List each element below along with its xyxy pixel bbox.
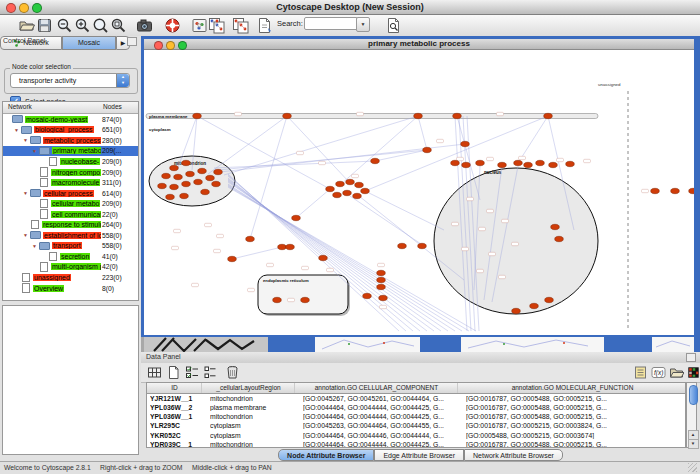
network-node[interactable] bbox=[379, 295, 388, 300]
hide-graphics-details-icon[interactable] bbox=[232, 17, 249, 34]
network-node[interactable] bbox=[418, 243, 427, 248]
tree-item-mosaic-demo-yeast[interactable]: mosaic-demo-yeast874(0) bbox=[3, 114, 138, 125]
table-row-YJR121W__1[interactable]: YJR121W__1mitochondrion[GO:0045267, GO:0… bbox=[147, 394, 685, 403]
network-node[interactable] bbox=[524, 162, 533, 167]
table-row-YPL036W__1[interactable]: YPL036W__1mitochondrion[GO:0044464, GO:0… bbox=[147, 413, 685, 422]
network-node[interactable] bbox=[326, 186, 335, 191]
expand-arrow-icon[interactable]: ▼ bbox=[14, 127, 21, 133]
show-graphics-details-icon[interactable] bbox=[208, 17, 225, 34]
expand-arrow-icon[interactable]: ▼ bbox=[32, 243, 39, 249]
network-node[interactable] bbox=[180, 193, 189, 198]
network-node[interactable] bbox=[301, 297, 310, 302]
tree-item-nitrogen-compo[interactable]: nitrogen compo209(0) bbox=[3, 167, 138, 178]
tree-item-primary-metabo[interactable]: ▼primary metabo209(... bbox=[3, 146, 138, 157]
column-header-0[interactable]: ID bbox=[147, 384, 202, 391]
network-node[interactable] bbox=[186, 171, 195, 176]
zoom-in-icon[interactable] bbox=[74, 17, 91, 34]
network-node[interactable] bbox=[498, 162, 507, 167]
network-node[interactable] bbox=[371, 158, 380, 163]
network-node[interactable] bbox=[319, 255, 328, 260]
network-node[interactable] bbox=[551, 224, 560, 229]
create-attribute-icon[interactable] bbox=[166, 365, 181, 380]
network-node[interactable] bbox=[512, 308, 521, 313]
search-dropdown-button[interactable]: ▼ bbox=[356, 17, 370, 32]
inner-minimize-icon[interactable] bbox=[166, 41, 175, 50]
zoom-fit-icon[interactable] bbox=[92, 17, 109, 34]
network-node[interactable] bbox=[536, 160, 545, 165]
expand-arrow-icon[interactable]: ▼ bbox=[23, 190, 30, 196]
save-icon[interactable] bbox=[36, 17, 53, 34]
open-folder-icon[interactable] bbox=[18, 17, 35, 34]
network-node[interactable] bbox=[206, 175, 215, 180]
network-node[interactable] bbox=[549, 162, 558, 167]
vizmapper-icon[interactable] bbox=[191, 17, 208, 34]
network-node[interactable] bbox=[182, 160, 191, 165]
inner-close-icon[interactable] bbox=[154, 41, 163, 50]
tab-network-attribute-browser[interactable]: Network Attribute Browser bbox=[464, 449, 563, 461]
column-header-2[interactable]: annotation.GO CELLULAR_COMPONENT bbox=[295, 384, 458, 391]
scrollbar-thumb[interactable] bbox=[689, 385, 698, 405]
network-node[interactable] bbox=[283, 113, 292, 118]
network-node[interactable] bbox=[544, 113, 553, 118]
network-node[interactable] bbox=[514, 160, 523, 165]
network-node[interactable] bbox=[689, 188, 694, 193]
float-data-panel-icon[interactable] bbox=[686, 353, 696, 362]
expand-arrow-icon[interactable]: ▼ bbox=[23, 232, 30, 238]
network-node[interactable] bbox=[166, 194, 175, 199]
network-node[interactable] bbox=[214, 169, 223, 174]
search-index-icon[interactable] bbox=[385, 17, 402, 34]
network-node[interactable] bbox=[273, 297, 282, 302]
network-node[interactable] bbox=[355, 182, 364, 187]
tree-item-biological-process[interactable]: ▼biological_process651(0) bbox=[3, 125, 138, 136]
tree-item-secretion[interactable]: secretion41(0) bbox=[3, 251, 138, 262]
zoom-window-icon[interactable] bbox=[32, 3, 42, 13]
delete-attribute-icon[interactable] bbox=[225, 365, 240, 380]
tree-item-metabolic-process[interactable]: ▼metabolic process280(0) bbox=[3, 135, 138, 146]
window-titlebar[interactable]: Cytoscape Desktop (New Session) bbox=[0, 0, 700, 15]
attribute-grid-icon[interactable] bbox=[147, 365, 162, 380]
network-node[interactable] bbox=[182, 181, 191, 186]
birds-eye-view[interactable] bbox=[2, 305, 139, 455]
attribute-list-icon[interactable] bbox=[203, 365, 218, 380]
network-node[interactable] bbox=[451, 160, 460, 165]
table-scrollbar[interactable]: ▲ ▼ bbox=[686, 382, 697, 448]
network-node[interactable] bbox=[353, 193, 362, 198]
expand-arrow-icon[interactable]: ▼ bbox=[23, 137, 30, 143]
tree-item-cell-communicat[interactable]: cell communicat22(0) bbox=[3, 209, 138, 220]
network-node[interactable] bbox=[286, 244, 295, 249]
network-node[interactable] bbox=[228, 256, 237, 261]
expand-arrow-icon[interactable]: ▼ bbox=[32, 148, 39, 154]
minimize-window-icon[interactable] bbox=[19, 3, 29, 13]
network-node[interactable] bbox=[414, 113, 423, 118]
network-node[interactable] bbox=[162, 173, 171, 178]
scroll-down-icon[interactable]: ▼ bbox=[688, 439, 699, 449]
network-node[interactable] bbox=[336, 181, 345, 186]
network-node[interactable] bbox=[201, 189, 210, 194]
tree-item-cellular-metabo[interactable]: cellular metabo209(0) bbox=[3, 198, 138, 209]
network-node[interactable] bbox=[377, 277, 386, 282]
network-node[interactable] bbox=[346, 179, 355, 184]
tree-item-unassigned[interactable]: unassigned223(0) bbox=[3, 272, 138, 283]
close-window-icon[interactable] bbox=[6, 3, 16, 13]
network-canvas[interactable]: plasma membrane cytoplasm mitochondrion … bbox=[144, 50, 694, 335]
network-node[interactable] bbox=[555, 236, 564, 241]
network-node[interactable] bbox=[194, 179, 203, 184]
network-node[interactable] bbox=[377, 270, 386, 275]
network-node[interactable] bbox=[363, 293, 372, 298]
open-attr-file-icon[interactable] bbox=[669, 365, 684, 380]
heatmap-icon[interactable] bbox=[687, 365, 700, 380]
search-input[interactable] bbox=[304, 17, 358, 30]
tree-item-transport[interactable]: ▼transport558(0) bbox=[3, 241, 138, 252]
tree-item-multi-organism-pro[interactable]: multi-organism pro42(0) bbox=[3, 262, 138, 273]
network-node[interactable] bbox=[193, 113, 202, 118]
inner-zoom-icon[interactable] bbox=[178, 41, 187, 50]
network-node[interactable] bbox=[170, 165, 179, 170]
tree-item-macromolecule[interactable]: macromolecule311(0) bbox=[3, 177, 138, 188]
tab-node-attribute-browser[interactable]: Node Attribute Browser bbox=[278, 449, 374, 461]
column-header-3[interactable]: annotation.GO MOLECULAR_FUNCTION bbox=[458, 384, 686, 391]
network-node[interactable] bbox=[278, 244, 287, 249]
tree-item-response-to-stimulu[interactable]: response to stimulu264(0) bbox=[3, 219, 138, 230]
plugin-page-icon[interactable] bbox=[256, 17, 273, 34]
node-color-dropdown[interactable]: transporter activity ▲▼ bbox=[10, 73, 130, 88]
network-node[interactable] bbox=[333, 192, 342, 197]
